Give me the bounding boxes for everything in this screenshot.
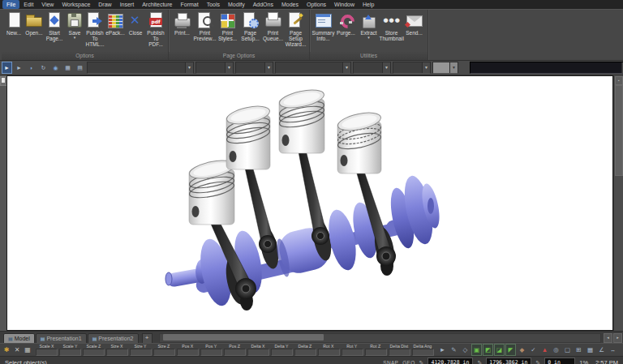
ribbon-button[interactable]: Open... (24, 11, 44, 36)
menu-item[interactable]: View (37, 0, 58, 9)
deselect-icon[interactable]: ✕ (12, 345, 22, 355)
grid-cells-icon[interactable]: ▦ (585, 344, 595, 356)
vertical-scrollbar-thumb[interactable] (615, 85, 623, 176)
brush-hatch-dropdown[interactable]: ▼ (393, 62, 431, 74)
pen-width-dropdown[interactable]: ▼ (195, 62, 234, 74)
pick-point-icon[interactable]: ◉ (50, 62, 61, 74)
edit-cursor-icon[interactable]: ► (14, 62, 24, 74)
ribbon-button[interactable]: Print... (171, 11, 193, 36)
scrollbar-top-button[interactable]: ▪ (615, 76, 623, 85)
ribbon-button[interactable]: Print Preview... (194, 11, 216, 41)
menu-item[interactable]: Edit (19, 0, 37, 9)
menu-item[interactable]: Architecture (138, 0, 176, 9)
scroll-left-button[interactable]: ◂ (604, 333, 612, 343)
inspector-field-input[interactable] (389, 349, 410, 356)
ribbon-button[interactable]: Publish To PDF... (146, 11, 165, 47)
pen-pattern-dropdown[interactable]: ▼ (235, 62, 273, 74)
ribbon-button[interactable]: Start Page... (45, 11, 64, 41)
menu-item[interactable]: Options (303, 0, 330, 9)
selection-info-icon[interactable]: ✱ (2, 345, 11, 355)
hand-tool-icon[interactable]: ◗ (26, 62, 37, 74)
inspector-field-input[interactable] (365, 349, 387, 356)
chevron-down-icon[interactable]: ▼ (382, 62, 390, 73)
chevron-down-icon[interactable]: ▼ (422, 62, 430, 73)
inspector-field-input[interactable] (271, 349, 293, 356)
brush-color-dropdown[interactable]: ▼ (432, 62, 458, 74)
snap-vertex-icon[interactable]: ▣ (471, 344, 482, 356)
snap-intersection-icon[interactable]: ◆ (517, 344, 527, 356)
inspector-field-input[interactable] (342, 349, 363, 356)
horizontal-scrollbar-thumb[interactable] (163, 334, 324, 340)
snap-quadrant-icon[interactable]: ◤ (505, 344, 516, 356)
coord-z-field[interactable]: 0 in (544, 358, 575, 364)
angle-snap-icon[interactable]: ∠ (596, 344, 607, 356)
menu-item[interactable]: Help (359, 0, 378, 9)
inspector-field-input[interactable] (412, 349, 434, 356)
menu-item[interactable]: Draw (94, 0, 115, 9)
inspector-field-input[interactable] (294, 349, 316, 356)
pointer-mode-icon[interactable]: ► (437, 344, 448, 356)
ribbon-button[interactable]: Summary Info... (312, 11, 334, 41)
chevron-down-icon[interactable]: ▼ (264, 62, 273, 73)
snap-grid-icon[interactable]: ✓ (528, 344, 539, 356)
select-cursor-icon[interactable]: ► (2, 62, 12, 74)
chevron-down-icon[interactable]: ▼ (185, 62, 193, 73)
snap-midpoint-icon[interactable]: ◩ (483, 344, 493, 356)
menu-item[interactable]: Workspace (58, 0, 94, 9)
ribbon-button[interactable]: Purge... (335, 11, 357, 36)
ribbon-button[interactable]: Page Setup Wizard... (285, 11, 307, 47)
inspector-field-input[interactable] (83, 349, 105, 356)
degree-icon[interactable]: ° (619, 344, 623, 356)
inspector-field-input[interactable] (59, 349, 81, 356)
horizontal-scrollbar[interactable] (159, 333, 602, 343)
ribbon-button[interactable]: Save ▾ (65, 11, 84, 40)
rectangle-mode-icon[interactable]: ▢ (562, 344, 573, 356)
ribbon-button[interactable]: ePack... (105, 11, 125, 36)
menu-item[interactable]: AddOns (249, 0, 277, 9)
brush-style-dropdown[interactable]: ▼ (353, 62, 391, 74)
inspector-field-input[interactable] (177, 349, 199, 356)
coordinate-fields-icon[interactable]: ▦ (23, 345, 32, 355)
coord-x-field[interactable]: 4120.7828 in (428, 358, 473, 364)
inspector-field-input[interactable] (36, 349, 58, 356)
inspector-field-input[interactable] (318, 349, 340, 356)
node-snap-icon[interactable]: ◇ (460, 344, 470, 356)
snap-aperture-icon[interactable]: ▲ (539, 344, 550, 356)
ribbon-button[interactable]: Publish To HTML... (85, 11, 105, 47)
ribbon-button[interactable]: Print Queue... (262, 11, 284, 41)
layer-dropdown[interactable]: ▼ (470, 62, 623, 74)
coord-y-field[interactable]: 1796.3862 in (486, 358, 531, 364)
geo-indicator[interactable]: GEO (402, 360, 415, 364)
edit-tool-icon[interactable]: ✎ (449, 344, 459, 356)
inspector-field-input[interactable] (224, 349, 246, 356)
chevron-down-icon[interactable]: ▼ (342, 62, 350, 73)
vertical-scrollbar[interactable]: ▪ (613, 75, 623, 331)
print-layout-icon[interactable]: ▤ (75, 62, 85, 74)
inspector-field-input[interactable] (130, 349, 152, 356)
inspector-field-input[interactable] (247, 349, 269, 356)
ribbon-button[interactable]: Extract ▾ (358, 11, 380, 40)
menu-item[interactable]: Insert (116, 0, 139, 9)
menu-item[interactable]: Format (177, 0, 203, 9)
inspector-field-input[interactable] (106, 349, 128, 356)
model-canvas[interactable] (6, 75, 613, 331)
grid-toggle-icon[interactable]: ▦ (62, 62, 73, 74)
menu-item[interactable]: Window (330, 0, 359, 9)
ortho-mode-icon[interactable]: ◎ (551, 344, 561, 356)
inspector-field-input[interactable] (200, 349, 222, 356)
ribbon-button[interactable]: Store Thumbnail (380, 11, 402, 41)
menu-item[interactable]: File (2, 0, 19, 9)
rotate-view-icon[interactable]: ↻ (38, 62, 49, 74)
pen-color-dropdown[interactable]: ▼ (275, 62, 351, 74)
scroll-right-button[interactable]: ▸ (613, 333, 622, 343)
inspector-field-input[interactable] (153, 349, 175, 356)
grid-display-icon[interactable]: ⊞ (574, 344, 584, 356)
snap-indicator[interactable]: SNAP (383, 360, 398, 364)
menu-item[interactable]: Modify (224, 0, 249, 9)
distance-snap-icon[interactable]: ↔ (608, 344, 618, 356)
ribbon-button[interactable]: Print Styles... (217, 11, 238, 41)
snap-center-icon[interactable]: ◪ (494, 344, 505, 356)
ribbon-button[interactable]: New... (4, 11, 24, 36)
style-dropdown[interactable]: ▼ (87, 62, 194, 74)
chevron-down-icon[interactable]: ▼ (449, 62, 458, 73)
